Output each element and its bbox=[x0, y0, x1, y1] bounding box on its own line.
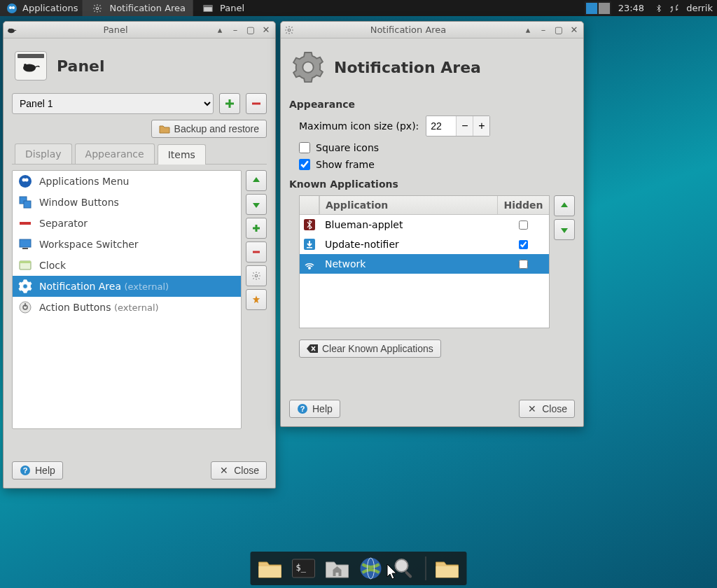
panel-username[interactable]: derrik bbox=[682, 3, 717, 13]
app-name: Update-notifier bbox=[325, 239, 399, 250]
maximize-button[interactable]: ▢ bbox=[244, 24, 257, 36]
close-button[interactable]: ✕ bbox=[260, 24, 272, 36]
close-dialog-button[interactable]: ✕ Close bbox=[519, 400, 575, 418]
list-item[interactable]: Applications Menu bbox=[13, 171, 241, 192]
known-apps-table[interactable]: Application Hidden Blueman-appletUpdate-… bbox=[299, 195, 550, 328]
close-dialog-button[interactable]: ✕ Close bbox=[211, 461, 267, 479]
bluetooth-icon[interactable] bbox=[653, 3, 664, 14]
rollup-button[interactable]: ▴ bbox=[214, 24, 226, 36]
panel-clock[interactable]: 23:48 bbox=[611, 3, 651, 13]
remove-item-button[interactable] bbox=[246, 241, 267, 262]
move-down-button[interactable] bbox=[246, 194, 267, 215]
mouse-icon bbox=[6, 24, 18, 36]
hidden-checkbox[interactable] bbox=[519, 240, 528, 249]
app-name: Blueman-applet bbox=[325, 219, 403, 230]
spinner-increment[interactable]: + bbox=[473, 116, 489, 136]
list-item[interactable]: Window Buttons bbox=[13, 192, 241, 213]
applications-menu-button[interactable]: Applications bbox=[0, 0, 82, 16]
square-icons-checkbox[interactable]: Square icons bbox=[289, 142, 575, 153]
taskbar-button-label: Panel bbox=[220, 3, 244, 13]
svg-point-30 bbox=[309, 267, 310, 269]
remove-panel-button[interactable] bbox=[246, 93, 267, 114]
panel-icon bbox=[202, 3, 214, 14]
applications-menu-label: Applications bbox=[22, 3, 78, 13]
table-row[interactable]: Update-notifier bbox=[300, 234, 549, 254]
help-button[interactable]: ? Help bbox=[12, 461, 63, 479]
item-label: Clock bbox=[39, 260, 66, 271]
workspace-switcher[interactable] bbox=[585, 1, 611, 15]
svg-rect-17 bbox=[22, 248, 28, 249]
panel-preferences-window: Panel ▴ – ▢ ✕ Panel Panel 1 bbox=[3, 21, 276, 489]
close-icon: ✕ bbox=[527, 403, 538, 414]
checkbox-label: Show frame bbox=[316, 159, 375, 170]
folder-icon bbox=[159, 123, 170, 134]
dock-folder-icon[interactable] bbox=[433, 554, 461, 582]
close-button[interactable]: ✕ bbox=[568, 24, 580, 36]
max-icon-size-input[interactable] bbox=[426, 118, 456, 134]
svg-point-9 bbox=[24, 64, 27, 66]
button-label: Help bbox=[312, 403, 333, 414]
app-move-up-button[interactable] bbox=[554, 195, 575, 216]
clear-known-apps-button[interactable]: Clear Known Applications bbox=[299, 340, 441, 358]
svg-point-10 bbox=[19, 175, 32, 188]
top-panel: Applications Notification Area Panel 23:… bbox=[0, 0, 717, 16]
column-hidden[interactable]: Hidden bbox=[497, 196, 549, 214]
dock-files-icon[interactable] bbox=[256, 554, 284, 582]
minimize-button[interactable]: – bbox=[537, 24, 550, 36]
maximize-button[interactable]: ▢ bbox=[552, 24, 565, 36]
help-icon: ? bbox=[297, 403, 308, 414]
cursor-icon bbox=[387, 564, 399, 580]
item-about-button[interactable] bbox=[246, 289, 267, 310]
item-icon bbox=[18, 300, 32, 314]
gear-large-icon bbox=[292, 51, 324, 83]
item-icon bbox=[18, 195, 32, 209]
app-move-down-button[interactable] bbox=[554, 219, 575, 240]
dialog-header: Notification Area bbox=[289, 47, 575, 90]
taskbar-button-panel[interactable]: Panel bbox=[193, 0, 251, 16]
table-row[interactable]: Blueman-applet bbox=[300, 215, 549, 234]
hidden-checkbox[interactable] bbox=[519, 260, 528, 269]
max-icon-size-spinner[interactable]: − + bbox=[426, 115, 490, 136]
svg-text:$_: $_ bbox=[296, 563, 307, 573]
list-item[interactable]: Clock bbox=[13, 255, 241, 276]
items-list[interactable]: Applications Menu Window Buttons Separat… bbox=[12, 170, 242, 429]
list-item[interactable]: Notification Area (external) bbox=[13, 276, 241, 297]
item-prefs-button[interactable] bbox=[246, 265, 267, 286]
item-icon bbox=[18, 237, 32, 251]
dock-home-icon[interactable] bbox=[323, 554, 351, 582]
dock-terminal-icon[interactable]: $_ bbox=[290, 554, 318, 582]
table-row[interactable]: Network bbox=[300, 254, 549, 274]
rollup-button[interactable]: ▴ bbox=[522, 24, 534, 36]
minimize-button[interactable]: – bbox=[229, 24, 242, 36]
svg-point-12 bbox=[25, 178, 29, 182]
checkbox-label: Square icons bbox=[316, 142, 379, 153]
svg-rect-14 bbox=[24, 201, 31, 208]
tab-appearance[interactable]: Appearance bbox=[75, 144, 155, 164]
list-item[interactable]: Workspace Switcher bbox=[13, 234, 241, 255]
svg-point-3 bbox=[97, 7, 99, 10]
tab-display[interactable]: Display bbox=[15, 144, 72, 164]
hidden-checkbox[interactable] bbox=[519, 220, 528, 230]
column-application[interactable]: Application bbox=[319, 196, 497, 214]
spinner-decrement[interactable]: − bbox=[456, 116, 473, 136]
add-panel-button[interactable] bbox=[219, 93, 240, 114]
tab-bar: Display Appearance Items bbox=[12, 144, 267, 164]
help-button[interactable]: ? Help bbox=[289, 400, 340, 418]
show-frame-checkbox[interactable]: Show frame bbox=[289, 159, 575, 170]
item-label: Applications Menu bbox=[39, 176, 129, 187]
item-icon bbox=[18, 279, 32, 293]
move-up-button[interactable] bbox=[246, 170, 267, 191]
svg-rect-16 bbox=[20, 239, 31, 247]
taskbar-button-notification-area[interactable]: Notification Area bbox=[82, 0, 193, 16]
network-icon[interactable] bbox=[669, 3, 680, 14]
titlebar[interactable]: Notification Area ▴ – ▢ ✕ bbox=[281, 22, 583, 38]
panel-select[interactable]: Panel 1 bbox=[12, 93, 214, 114]
tab-items[interactable]: Items bbox=[158, 144, 206, 164]
list-item[interactable]: Action Buttons (external) bbox=[13, 297, 241, 318]
list-item[interactable]: Separator bbox=[13, 213, 241, 234]
add-item-button[interactable] bbox=[246, 218, 267, 239]
svg-point-0 bbox=[7, 4, 17, 13]
dock-web-icon[interactable] bbox=[357, 554, 385, 582]
backup-restore-button[interactable]: Backup and restore bbox=[151, 120, 267, 138]
titlebar[interactable]: Panel ▴ – ▢ ✕ bbox=[4, 22, 275, 38]
